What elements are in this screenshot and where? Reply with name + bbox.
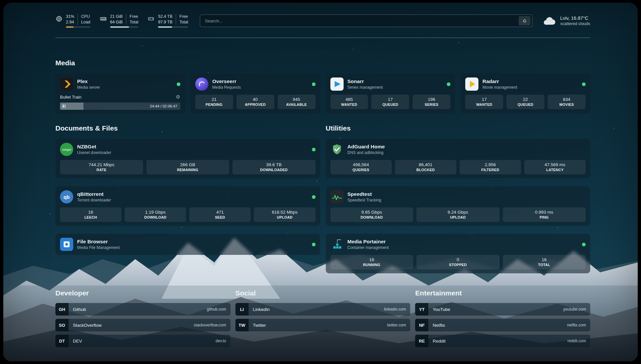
section-title-social: Social [235,289,411,297]
topbar: 31% 2.94 CPU Load [55,13,590,29]
disk-metric: 52.4 TB 97.9 TB Free Total [147,14,188,28]
bookmark-group-developer: Developer GH Github github.com SO StackO… [55,289,230,347]
app-name: Overseerr [212,78,241,84]
topbar-divider [55,38,590,38]
app-card-radarr[interactable]: Radarr Movie management 17WANTED 22QUEUE… [461,74,590,114]
app-desc: Media Requests [212,85,241,90]
disk-free: 52.4 TB [158,14,172,19]
memory-labels: Free Total [126,14,138,25]
bookmark-dev[interactable]: DT DEV dev.to [55,335,230,347]
app-desc: Speedtest Tracking [348,198,382,202]
bookmark-reddit[interactable]: RE Reddit reddit.com [415,335,590,347]
bookmark-github[interactable]: GH Github github.com [55,303,230,316]
app-name: Plex [77,78,100,84]
disk-labels: Free Total [176,14,188,25]
app-desc: DNS and adblocking [348,150,385,155]
app-card-nzbget[interactable]: nzbget NZBGet Usenet downloader 744.21 M… [55,139,320,178]
sonarr-icon [330,77,344,91]
stat-total: 16TOTAL [503,255,586,269]
pause-icon[interactable] [63,105,65,108]
stat-downloaded: 39.6 TBDOWNLOADED [232,160,316,174]
disk-values: 52.4 TB 97.9 TB [158,14,172,25]
bookmark-twitter[interactable]: TW Twitter twitter.com [235,319,411,331]
app-desc: Usenet downloader [77,150,111,155]
filebrowser-icon [60,238,73,251]
cpu-labels: CPU Load [77,14,90,25]
stat-available: 945AVAILABLE [278,95,316,109]
stat-queued: 17QUEUED [371,95,409,109]
bookmark-youtube[interactable]: YT YouTube youtube.com [415,303,590,316]
status-dot [582,82,586,86]
stat-queries: 498,564QUERIES [330,160,392,174]
app-desc: Series management [348,85,383,90]
stat-running: 16RUNNING [330,255,413,269]
stat-approved: 40APPROVED [236,95,274,109]
app-card-portainer[interactable]: Media Portainer Container management 16R… [326,234,591,273]
cpu-usage-bar [66,26,90,28]
github-icon: GH [55,303,69,316]
bookmark-netflix[interactable]: NF Netflix netflix.com [415,319,590,331]
memory-values: 21 GiB 64 GiB [110,14,123,25]
status-dot [447,82,450,86]
cpu-icon [55,15,63,22]
app-name: Media Portainer [348,239,389,245]
memory-usage-bar [110,26,138,28]
system-metrics: 31% 2.94 CPU Load [55,14,188,28]
gear-icon[interactable]: ⚙ [176,94,180,100]
plex-icon [60,77,73,91]
documents-column: Documents & Files nzbget NZBGet Usenet d… [55,124,320,273]
status-dot [312,82,316,86]
weather-location: Lviv, 16.87°C [560,15,590,21]
stat-latency: 47.569 msLATENCY [524,160,586,174]
bookmark-linkedin[interactable]: LI LinkedIn linkedin.com [235,303,411,316]
svg-text:nzbget: nzbget [62,148,71,151]
search-engine-button[interactable]: G [519,16,531,25]
dashboard-content: 31% 2.94 CPU Load [3,3,638,361]
app-card-qbittorrent[interactable]: qb qBittorrent Torrent downloader 16LEEC… [55,186,320,226]
media-grid: Plex Media server Bullet Train ⚙ 24:44 /… [55,74,590,114]
bookmark-group-entertainment: Entertainment YT YouTube youtube.com NF … [415,289,590,347]
stat-upload: 9.24 GbpsUPLOAD [416,207,500,222]
app-card-adguard[interactable]: AdGuard Home DNS and adblocking 498,564Q… [326,139,591,178]
disk-icon [147,15,155,22]
app-card-overseerr[interactable]: Overseerr Media Requests 21PENDING 40APP… [191,74,320,114]
stat-seed: 471SEED [189,207,251,222]
app-card-sonarr[interactable]: Sonarr Series management 485WANTED 17QUE… [326,74,455,114]
stat-blocked: 86,401BLOCKED [395,160,456,174]
dev-icon: DT [55,335,69,347]
status-dot [312,148,316,151]
reddit-icon: RE [415,335,428,347]
cpu-metric: 31% 2.94 CPU Load [55,14,90,28]
app-card-plex[interactable]: Plex Media server Bullet Train ⚙ 24:44 /… [55,74,185,114]
cloud-icon [542,15,556,26]
radarr-icon [465,77,478,91]
stat-download: 9.65 GbpsDOWNLOAD [330,207,413,222]
memory-free: 21 GiB [110,14,123,19]
bookmark-stackoverflow[interactable]: SO StackOverflow stackoverflow.com [55,319,230,331]
status-dot [177,82,180,86]
app-card-filebrowser[interactable]: File Browser Media File Management [55,234,320,255]
svg-text:qb: qb [64,194,70,200]
stat-rate: 744.21 MbpsRATE [60,160,143,174]
app-desc: Torrent downloader [77,198,111,202]
section-title-utilities: Utilities [326,124,591,132]
memory-icon [100,15,107,22]
section-title-developer: Developer [55,289,230,297]
stat-upload: 618.52 MbpsUPLOAD [254,207,315,222]
stat-download: 1.19 GbpsDOWNLOAD [125,207,186,222]
stat-series: 196SERIES [412,95,450,109]
section-title-entertainment: Entertainment [415,289,590,297]
app-card-speedtest[interactable]: Speedtest Speedtest Tracking 9.65 GbpsDO… [326,186,591,226]
memory-total: 64 GiB [110,19,123,25]
section-title-documents: Documents & Files [55,124,320,132]
app-name: Radarr [482,78,517,84]
adguard-icon [330,143,344,156]
playback-progress-bar[interactable]: 24:44 / 02:06:47 [60,103,180,110]
speedtest-icon [330,190,344,203]
weather-condition: scattered clouds [560,21,590,26]
disk-usage-bar [158,26,188,28]
search-input[interactable] [205,18,519,23]
stat-stopped: 0STOPPED [416,255,500,269]
linkedin-icon: LI [235,303,249,316]
dashboard-screen: 31% 2.94 CPU Load [3,3,638,361]
